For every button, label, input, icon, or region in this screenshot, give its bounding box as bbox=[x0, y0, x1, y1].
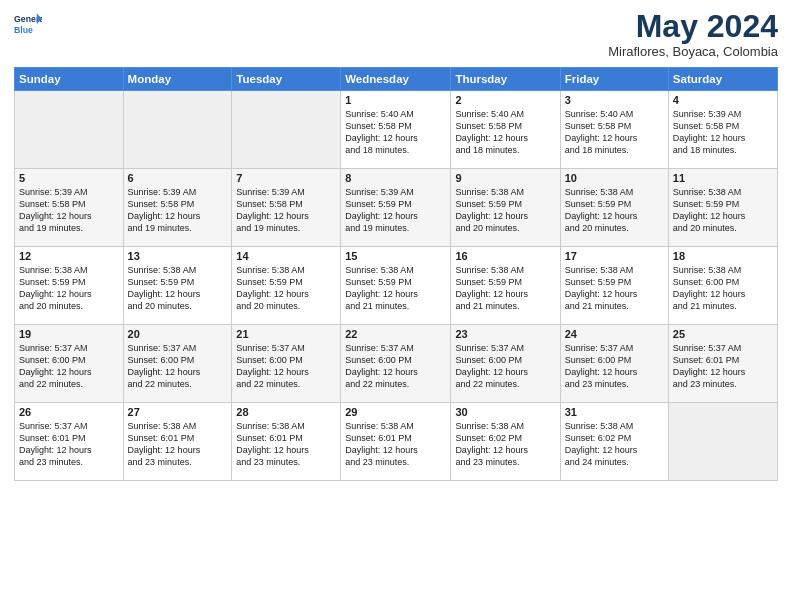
calendar-cell: 7Sunrise: 5:39 AM Sunset: 5:58 PM Daylig… bbox=[232, 169, 341, 247]
calendar-cell: 22Sunrise: 5:37 AM Sunset: 6:00 PM Dayli… bbox=[341, 325, 451, 403]
calendar-cell: 6Sunrise: 5:39 AM Sunset: 5:58 PM Daylig… bbox=[123, 169, 232, 247]
calendar-week-5: 26Sunrise: 5:37 AM Sunset: 6:01 PM Dayli… bbox=[15, 403, 778, 481]
cell-info: Sunrise: 5:40 AM Sunset: 5:58 PM Dayligh… bbox=[565, 108, 664, 157]
calendar-cell: 8Sunrise: 5:39 AM Sunset: 5:59 PM Daylig… bbox=[341, 169, 451, 247]
day-number: 2 bbox=[455, 94, 555, 106]
day-number: 14 bbox=[236, 250, 336, 262]
calendar-cell: 2Sunrise: 5:40 AM Sunset: 5:58 PM Daylig… bbox=[451, 91, 560, 169]
day-number: 28 bbox=[236, 406, 336, 418]
day-number: 27 bbox=[128, 406, 228, 418]
calendar-cell: 24Sunrise: 5:37 AM Sunset: 6:00 PM Dayli… bbox=[560, 325, 668, 403]
day-number: 5 bbox=[19, 172, 119, 184]
calendar-cell: 3Sunrise: 5:40 AM Sunset: 5:58 PM Daylig… bbox=[560, 91, 668, 169]
calendar-cell: 18Sunrise: 5:38 AM Sunset: 6:00 PM Dayli… bbox=[668, 247, 777, 325]
header-row: Sunday Monday Tuesday Wednesday Thursday… bbox=[15, 68, 778, 91]
cell-info: Sunrise: 5:38 AM Sunset: 6:01 PM Dayligh… bbox=[345, 420, 446, 469]
calendar-cell: 20Sunrise: 5:37 AM Sunset: 6:00 PM Dayli… bbox=[123, 325, 232, 403]
calendar-cell: 14Sunrise: 5:38 AM Sunset: 5:59 PM Dayli… bbox=[232, 247, 341, 325]
day-number: 30 bbox=[455, 406, 555, 418]
cell-info: Sunrise: 5:39 AM Sunset: 5:58 PM Dayligh… bbox=[128, 186, 228, 235]
calendar-cell: 23Sunrise: 5:37 AM Sunset: 6:00 PM Dayli… bbox=[451, 325, 560, 403]
logo-icon: General Blue bbox=[14, 10, 42, 38]
calendar-cell: 15Sunrise: 5:38 AM Sunset: 5:59 PM Dayli… bbox=[341, 247, 451, 325]
col-monday: Monday bbox=[123, 68, 232, 91]
day-number: 23 bbox=[455, 328, 555, 340]
cell-info: Sunrise: 5:37 AM Sunset: 6:00 PM Dayligh… bbox=[128, 342, 228, 391]
calendar-week-2: 5Sunrise: 5:39 AM Sunset: 5:58 PM Daylig… bbox=[15, 169, 778, 247]
calendar-cell: 26Sunrise: 5:37 AM Sunset: 6:01 PM Dayli… bbox=[15, 403, 124, 481]
logo: General Blue bbox=[14, 10, 42, 38]
cell-info: Sunrise: 5:38 AM Sunset: 6:02 PM Dayligh… bbox=[565, 420, 664, 469]
day-number: 7 bbox=[236, 172, 336, 184]
calendar-cell: 25Sunrise: 5:37 AM Sunset: 6:01 PM Dayli… bbox=[668, 325, 777, 403]
calendar-cell: 13Sunrise: 5:38 AM Sunset: 5:59 PM Dayli… bbox=[123, 247, 232, 325]
cell-info: Sunrise: 5:37 AM Sunset: 6:00 PM Dayligh… bbox=[19, 342, 119, 391]
cell-info: Sunrise: 5:39 AM Sunset: 5:58 PM Dayligh… bbox=[673, 108, 773, 157]
day-number: 19 bbox=[19, 328, 119, 340]
day-number: 4 bbox=[673, 94, 773, 106]
cell-info: Sunrise: 5:38 AM Sunset: 6:01 PM Dayligh… bbox=[236, 420, 336, 469]
day-number: 10 bbox=[565, 172, 664, 184]
col-sunday: Sunday bbox=[15, 68, 124, 91]
calendar-cell: 9Sunrise: 5:38 AM Sunset: 5:59 PM Daylig… bbox=[451, 169, 560, 247]
cell-info: Sunrise: 5:40 AM Sunset: 5:58 PM Dayligh… bbox=[345, 108, 446, 157]
day-number: 9 bbox=[455, 172, 555, 184]
cell-info: Sunrise: 5:38 AM Sunset: 5:59 PM Dayligh… bbox=[673, 186, 773, 235]
day-number: 16 bbox=[455, 250, 555, 262]
svg-text:Blue: Blue bbox=[14, 25, 33, 35]
day-number: 24 bbox=[565, 328, 664, 340]
cell-info: Sunrise: 5:37 AM Sunset: 6:00 PM Dayligh… bbox=[565, 342, 664, 391]
cell-info: Sunrise: 5:38 AM Sunset: 6:00 PM Dayligh… bbox=[673, 264, 773, 313]
day-number: 21 bbox=[236, 328, 336, 340]
title-block: May 2024 Miraflores, Boyaca, Colombia bbox=[608, 10, 778, 59]
cell-info: Sunrise: 5:38 AM Sunset: 5:59 PM Dayligh… bbox=[565, 264, 664, 313]
day-number: 1 bbox=[345, 94, 446, 106]
calendar-cell: 21Sunrise: 5:37 AM Sunset: 6:00 PM Dayli… bbox=[232, 325, 341, 403]
col-wednesday: Wednesday bbox=[341, 68, 451, 91]
calendar-cell: 17Sunrise: 5:38 AM Sunset: 5:59 PM Dayli… bbox=[560, 247, 668, 325]
day-number: 15 bbox=[345, 250, 446, 262]
calendar-cell bbox=[123, 91, 232, 169]
calendar-title: May 2024 bbox=[608, 10, 778, 42]
col-tuesday: Tuesday bbox=[232, 68, 341, 91]
calendar-cell bbox=[232, 91, 341, 169]
day-number: 6 bbox=[128, 172, 228, 184]
cell-info: Sunrise: 5:38 AM Sunset: 5:59 PM Dayligh… bbox=[236, 264, 336, 313]
cell-info: Sunrise: 5:38 AM Sunset: 5:59 PM Dayligh… bbox=[455, 264, 555, 313]
cell-info: Sunrise: 5:40 AM Sunset: 5:58 PM Dayligh… bbox=[455, 108, 555, 157]
header: General Blue May 2024 Miraflores, Boyaca… bbox=[14, 10, 778, 59]
cell-info: Sunrise: 5:38 AM Sunset: 5:59 PM Dayligh… bbox=[345, 264, 446, 313]
cell-info: Sunrise: 5:37 AM Sunset: 6:01 PM Dayligh… bbox=[673, 342, 773, 391]
col-friday: Friday bbox=[560, 68, 668, 91]
cell-info: Sunrise: 5:39 AM Sunset: 5:58 PM Dayligh… bbox=[19, 186, 119, 235]
cell-info: Sunrise: 5:37 AM Sunset: 6:01 PM Dayligh… bbox=[19, 420, 119, 469]
cell-info: Sunrise: 5:38 AM Sunset: 6:01 PM Dayligh… bbox=[128, 420, 228, 469]
calendar-cell: 29Sunrise: 5:38 AM Sunset: 6:01 PM Dayli… bbox=[341, 403, 451, 481]
cell-info: Sunrise: 5:38 AM Sunset: 5:59 PM Dayligh… bbox=[565, 186, 664, 235]
cell-info: Sunrise: 5:39 AM Sunset: 5:58 PM Dayligh… bbox=[236, 186, 336, 235]
calendar-week-1: 1Sunrise: 5:40 AM Sunset: 5:58 PM Daylig… bbox=[15, 91, 778, 169]
day-number: 18 bbox=[673, 250, 773, 262]
col-thursday: Thursday bbox=[451, 68, 560, 91]
day-number: 3 bbox=[565, 94, 664, 106]
calendar-cell: 27Sunrise: 5:38 AM Sunset: 6:01 PM Dayli… bbox=[123, 403, 232, 481]
day-number: 26 bbox=[19, 406, 119, 418]
cell-info: Sunrise: 5:38 AM Sunset: 5:59 PM Dayligh… bbox=[455, 186, 555, 235]
calendar-week-4: 19Sunrise: 5:37 AM Sunset: 6:00 PM Dayli… bbox=[15, 325, 778, 403]
day-number: 13 bbox=[128, 250, 228, 262]
calendar-cell: 19Sunrise: 5:37 AM Sunset: 6:00 PM Dayli… bbox=[15, 325, 124, 403]
calendar-cell: 11Sunrise: 5:38 AM Sunset: 5:59 PM Dayli… bbox=[668, 169, 777, 247]
calendar-cell: 28Sunrise: 5:38 AM Sunset: 6:01 PM Dayli… bbox=[232, 403, 341, 481]
calendar-cell bbox=[668, 403, 777, 481]
calendar-cell bbox=[15, 91, 124, 169]
day-number: 31 bbox=[565, 406, 664, 418]
calendar-table: Sunday Monday Tuesday Wednesday Thursday… bbox=[14, 67, 778, 481]
day-number: 20 bbox=[128, 328, 228, 340]
cell-info: Sunrise: 5:38 AM Sunset: 6:02 PM Dayligh… bbox=[455, 420, 555, 469]
day-number: 11 bbox=[673, 172, 773, 184]
day-number: 29 bbox=[345, 406, 446, 418]
calendar-cell: 5Sunrise: 5:39 AM Sunset: 5:58 PM Daylig… bbox=[15, 169, 124, 247]
day-number: 25 bbox=[673, 328, 773, 340]
cell-info: Sunrise: 5:39 AM Sunset: 5:59 PM Dayligh… bbox=[345, 186, 446, 235]
calendar-cell: 1Sunrise: 5:40 AM Sunset: 5:58 PM Daylig… bbox=[341, 91, 451, 169]
